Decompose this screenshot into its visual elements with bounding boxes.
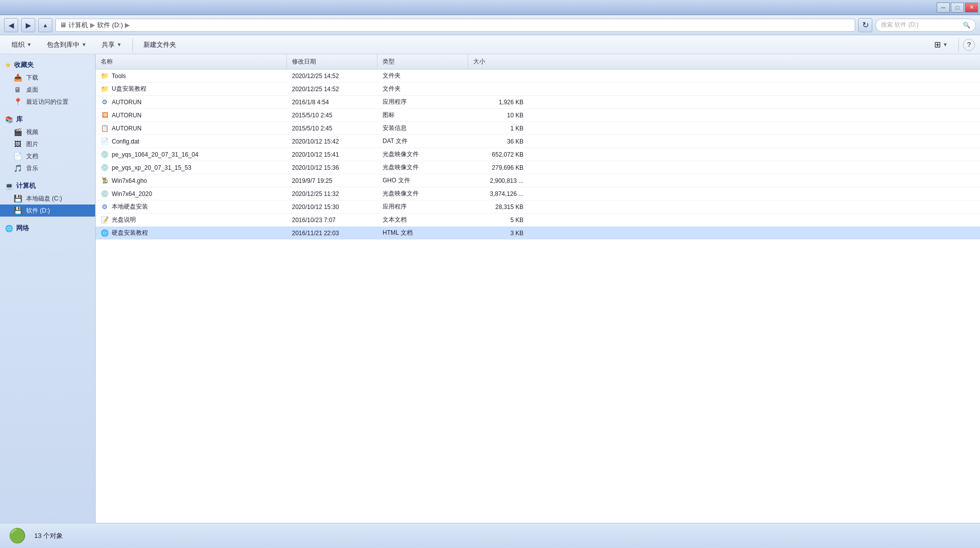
computer-icon: 🖥 (60, 21, 66, 29)
include-label: 包含到库中 (47, 40, 80, 49)
file-size-cell: 10 KB (468, 112, 529, 119)
file-modified: 2020/10/12 15:42 (292, 138, 339, 145)
file-type: GHO 文件 (383, 176, 410, 185)
forward-button[interactable]: ▶ (21, 18, 35, 32)
file-name: pe_yqs_1064_20_07_31_16_04 (112, 151, 198, 158)
music-icon: 🎵 (13, 164, 22, 173)
favorites-header[interactable]: ★ 收藏夹 (0, 58, 95, 72)
table-row[interactable]: 📋 AUTORUN 2015/5/10 2:45 安装信息 1 KB (96, 122, 980, 135)
newfolder-button[interactable]: 新建文件夹 (137, 37, 183, 52)
file-name: AUTORUN (112, 112, 141, 119)
col-size[interactable]: 大小 (468, 54, 529, 69)
file-icon: 💿 (101, 190, 109, 198)
sidebar-item-download[interactable]: 📥 下载 (0, 72, 95, 84)
newfolder-label: 新建文件夹 (143, 40, 176, 49)
table-row[interactable]: 📝 光盘说明 2016/10/23 7:07 文本文档 5 KB (96, 214, 980, 227)
file-type: 安装信息 (383, 124, 407, 132)
table-row[interactable]: 💿 pe_yqs_xp_20_07_31_15_53 2020/10/12 15… (96, 161, 980, 174)
file-name-cell: 🗜 Win7x64.gho (96, 177, 287, 185)
views-button[interactable]: ⊞ ▼ (928, 37, 954, 52)
up-button[interactable]: ▲ (38, 18, 52, 32)
toolbar: 组织 ▼ 包含到库中 ▼ 共享 ▼ 新建文件夹 ⊞ ▼ ? (0, 35, 980, 54)
breadcrumb-computer[interactable]: 计算机 (68, 21, 88, 30)
file-name: pe_yqs_xp_20_07_31_15_53 (112, 164, 191, 171)
favorites-label: 收藏夹 (14, 60, 34, 70)
help-button[interactable]: ? (963, 39, 975, 51)
share-arrow-icon: ▼ (117, 42, 122, 47)
doc-icon: 📄 (13, 152, 22, 161)
maximize-button[interactable]: □ (951, 3, 964, 13)
file-modified-cell: 2015/5/10 2:45 (287, 112, 378, 119)
file-name: AUTORUN (112, 99, 141, 106)
refresh-button[interactable]: ↻ (858, 18, 872, 32)
table-row[interactable]: ⚙ 本地硬盘安装 2020/10/12 15:30 应用程序 28,315 KB (96, 200, 980, 214)
table-row[interactable]: 📁 Tools 2020/12/25 14:52 文件夹 (96, 70, 980, 83)
sidebar-item-music[interactable]: 🎵 音乐 (0, 162, 95, 174)
sidebar-item-recent[interactable]: 📍 最近访问的位置 (0, 96, 95, 108)
table-row[interactable]: 💿 Win7x64_2020 2020/12/25 11:32 光盘映像文件 3… (96, 187, 980, 200)
sidebar-item-disk-c[interactable]: 💾 本地磁盘 (C:) (0, 192, 95, 204)
sidebar-item-video[interactable]: 🎬 视频 (0, 126, 95, 138)
table-row[interactable]: ⚙ AUTORUN 2016/1/8 4:54 应用程序 1,926 KB (96, 96, 980, 109)
col-name[interactable]: 名称 (96, 54, 287, 69)
table-row[interactable]: 📄 Config.dat 2020/10/12 15:42 DAT 文件 36 … (96, 135, 980, 148)
file-icon: 🗜 (101, 177, 109, 185)
file-type-cell: GHO 文件 (378, 176, 468, 185)
file-type: 应用程序 (383, 98, 407, 106)
back-button[interactable]: ◀ (4, 18, 18, 32)
network-header[interactable]: 🌐 网络 (0, 222, 95, 235)
table-row[interactable]: 🗜 Win7x64.gho 2019/9/7 19:25 GHO 文件 2,90… (96, 174, 980, 187)
library-header[interactable]: 📚 库 (0, 113, 95, 126)
file-name-cell: 📁 Tools (96, 72, 287, 80)
file-name-cell: 📝 光盘说明 (96, 216, 287, 224)
close-button[interactable]: ✕ (965, 3, 978, 13)
disk-d-label: 软件 (D:) (26, 207, 50, 215)
breadcrumb[interactable]: 🖥 计算机 ▶ 软件 (D:) ▶ (55, 19, 855, 32)
table-row[interactable]: 💿 pe_yqs_1064_20_07_31_16_04 2020/10/12 … (96, 148, 980, 161)
file-modified-cell: 2016/11/21 22:03 (287, 230, 378, 237)
column-header: 名称 修改日期 类型 大小 (96, 54, 980, 70)
breadcrumb-disk-d[interactable]: 软件 (D:) (97, 21, 123, 30)
file-icon: 📁 (101, 72, 109, 80)
file-type-cell: DAT 文件 (378, 137, 468, 146)
file-modified: 2020/10/12 15:36 (292, 164, 339, 171)
organize-button[interactable]: 组织 ▼ (5, 37, 38, 52)
include-button[interactable]: 包含到库中 ▼ (40, 37, 93, 52)
file-size-cell: 28,315 KB (468, 203, 529, 211)
doc-label: 文档 (26, 152, 38, 161)
network-icon: 🌐 (5, 225, 13, 232)
status-icon: 🟢 (8, 527, 26, 545)
col-type[interactable]: 类型 (378, 54, 468, 69)
status-bar: 🟢 13 个对象 (0, 523, 980, 548)
file-size-cell: 1,926 KB (468, 99, 529, 106)
file-name-cell: ⚙ AUTORUN (96, 98, 287, 106)
file-type-cell: 光盘映像文件 (378, 163, 468, 172)
file-type-cell: 图标 (378, 111, 468, 119)
computer-header[interactable]: 💻 计算机 (0, 179, 95, 192)
file-modified-cell: 2016/10/23 7:07 (287, 217, 378, 224)
file-name: Config.dat (112, 138, 139, 145)
table-row[interactable]: 🌐 硬盘安装教程 2016/11/21 22:03 HTML 文档 3 KB (96, 227, 980, 240)
file-modified-cell: 2020/10/12 15:42 (287, 138, 378, 145)
sidebar-item-picture[interactable]: 🖼 图片 (0, 138, 95, 150)
file-name: 本地硬盘安装 (112, 202, 148, 211)
col-modified[interactable]: 修改日期 (287, 54, 378, 69)
sidebar-item-desktop[interactable]: 🖥 桌面 (0, 84, 95, 96)
search-box[interactable]: 搜索 软件 (D:) 🔍 (875, 19, 976, 32)
file-type: HTML 文档 (383, 229, 413, 237)
file-modified: 2015/5/10 2:45 (292, 112, 332, 119)
table-row[interactable]: 📁 U盘安装教程 2020/12/25 14:52 文件夹 (96, 83, 980, 96)
file-name-cell: 📋 AUTORUN (96, 124, 287, 132)
file-icon: 💿 (101, 164, 109, 172)
minimize-button[interactable]: ─ (937, 3, 950, 13)
search-icon[interactable]: 🔍 (963, 22, 970, 29)
star-icon: ★ (5, 61, 11, 69)
sidebar-item-disk-d[interactable]: 💾 软件 (D:) (0, 204, 95, 217)
table-row[interactable]: 🖼 AUTORUN 2015/5/10 2:45 图标 10 KB (96, 109, 980, 122)
sidebar-item-doc[interactable]: 📄 文档 (0, 150, 95, 162)
file-name-cell: 💿 pe_yqs_1064_20_07_31_16_04 (96, 151, 287, 159)
file-modified: 2020/12/25 11:32 (292, 190, 339, 197)
file-size: 10 KB (507, 112, 523, 119)
share-button[interactable]: 共享 ▼ (95, 37, 128, 52)
file-size: 279,696 KB (492, 164, 523, 171)
